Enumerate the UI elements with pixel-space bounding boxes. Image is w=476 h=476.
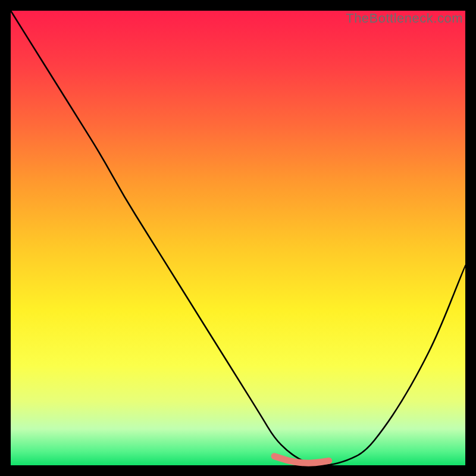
watermark-text: TheBottleneck.com [346, 11, 463, 26]
main-curve-line [11, 11, 465, 465]
chart-svg [11, 11, 465, 465]
fit-region-line [274, 456, 329, 464]
chart-frame: TheBottleneck.com [11, 11, 465, 465]
